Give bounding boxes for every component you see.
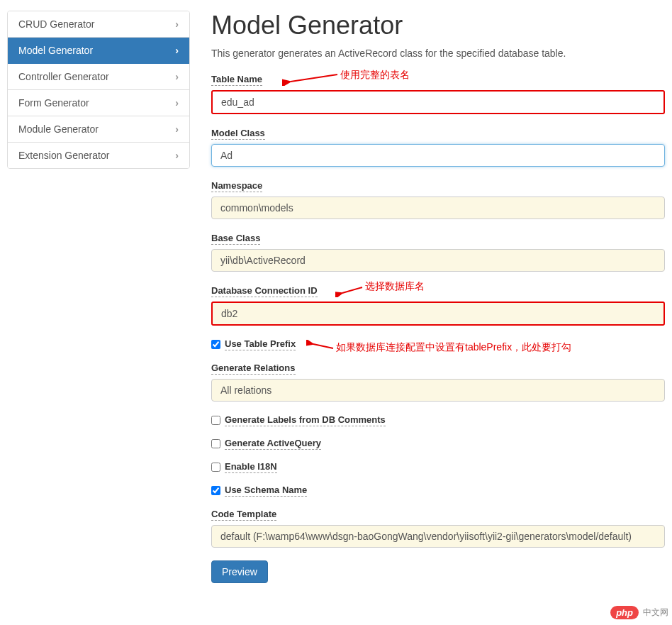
field-model-class: Model Class [211,127,665,167]
arrow-icon [306,340,335,353]
sidebar-item-label: Model Generator [18,45,93,56]
input-table-name[interactable] [211,90,665,114]
sidebar: CRUD Generator › Model Generator › Contr… [7,11,190,583]
annotation-table-name: 使用完整的表名 [340,69,410,82]
svg-line-1 [291,74,337,82]
input-namespace[interactable] [211,197,665,219]
input-base-class[interactable] [211,249,665,272]
input-model-class[interactable] [211,144,665,167]
page-title: Model Generator [211,11,665,40]
generator-list: CRUD Generator › Model Generator › Contr… [7,11,190,169]
label-enable-i18n: Enable I18N [225,461,277,473]
label-use-schema-name: Use Schema Name [225,485,307,497]
field-use-schema-name: Use Schema Name [211,485,665,497]
label-db-connection: Database Connection ID [211,285,318,297]
sidebar-item-label: Extension Generator [18,150,109,161]
field-generate-activequery: Generate ActiveQuery [211,438,665,450]
label-table-name: Table Name [211,74,262,86]
sidebar-item-label: CRUD Generator [18,18,94,30]
svg-line-3 [342,287,362,293]
select-generate-relations[interactable] [211,379,665,402]
input-db-connection[interactable] [211,302,665,326]
sidebar-item-label: Controller Generator [18,71,109,82]
chevron-right-icon: › [175,97,179,109]
field-enable-i18n: Enable I18N [211,461,665,473]
chevron-right-icon: › [175,123,179,135]
sidebar-item-module[interactable]: Module Generator › [8,116,189,143]
checkbox-use-table-prefix[interactable] [211,340,220,349]
checkbox-generate-labels[interactable] [211,416,220,425]
arrow-icon [335,283,364,297]
field-namespace: Namespace [211,179,665,219]
checkbox-enable-i18n[interactable] [211,463,220,472]
label-model-class: Model Class [211,128,265,140]
label-use-table-prefix: Use Table Prefix [225,338,296,350]
sidebar-item-controller[interactable]: Controller Generator › [8,64,189,90]
sidebar-item-model[interactable]: Model Generator › [8,38,189,64]
sidebar-item-label: Form Generator [18,97,89,109]
sidebar-item-extension[interactable]: Extension Generator › [8,143,189,168]
field-base-class: Base Class [211,232,665,272]
annotation-db-connection: 选择数据库名 [365,280,425,293]
chevron-right-icon: › [175,150,179,161]
field-use-table-prefix: Use Table Prefix 如果数据库连接配置中设置有tablePrefi… [211,338,665,350]
label-generate-activequery: Generate ActiveQuery [225,438,321,450]
main-content: Model Generator This generator generates… [211,11,665,583]
annotation-table-prefix: 如果数据库连接配置中设置有tablePrefix，此处要打勾 [336,341,571,354]
checkbox-generate-activequery[interactable] [211,439,220,448]
preview-button[interactable]: Preview [211,560,268,583]
select-code-template[interactable] [211,525,665,548]
label-base-class: Base Class [211,233,260,245]
sidebar-item-crud[interactable]: CRUD Generator › [8,11,189,38]
page-description: This generator generates an ActiveRecord… [211,48,665,59]
label-generate-labels: Generate Labels from DB Comments [225,414,386,426]
field-db-connection: Database Connection ID 选择数据库名 [211,284,665,326]
chevron-right-icon: › [175,18,179,30]
checkbox-use-schema-name[interactable] [211,486,220,495]
label-code-template: Code Template [211,509,276,521]
field-generate-relations: Generate Relations [211,362,665,402]
sidebar-item-label: Module Generator [18,123,99,135]
field-code-template: Code Template [211,508,665,548]
svg-line-5 [313,344,333,348]
label-namespace: Namespace [211,180,262,192]
field-table-name: Table Name 使用完整的表名 [211,73,665,114]
arrow-icon [282,72,339,86]
chevron-right-icon: › [175,45,179,56]
field-generate-labels: Generate Labels from DB Comments [211,414,665,426]
chevron-right-icon: › [175,71,179,82]
sidebar-item-form[interactable]: Form Generator › [8,90,189,116]
label-generate-relations: Generate Relations [211,363,296,375]
